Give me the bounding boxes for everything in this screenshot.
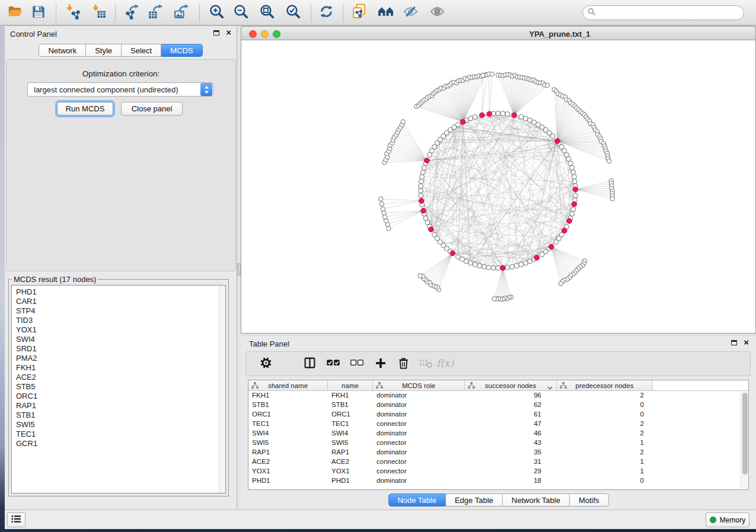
table-row[interactable]: PHD1PHD1dominator180 — [248, 476, 748, 486]
window-minimize-button[interactable] — [261, 30, 269, 38]
settings-gear-button[interactable] — [258, 355, 273, 372]
mcds-result-item[interactable]: PHD1 — [12, 287, 225, 297]
zoom-selected-button[interactable] — [283, 2, 303, 23]
mcds-dominator-node[interactable] — [567, 219, 572, 224]
network-node[interactable] — [379, 197, 383, 201]
mcds-dominator-node[interactable] — [572, 201, 577, 207]
export-image-button[interactable] — [171, 2, 192, 23]
window-close-button[interactable] — [249, 30, 257, 38]
zoom-fit-button[interactable] — [257, 2, 277, 23]
column-header-predecessor-nodes[interactable]: predecessor nodes — [557, 380, 653, 390]
network-node[interactable] — [572, 174, 576, 179]
tab-mcds[interactable]: MCDS — [161, 44, 202, 57]
mcds-dominator-node[interactable] — [480, 113, 485, 118]
mcds-dominator-node[interactable] — [425, 158, 430, 164]
network-node[interactable] — [455, 255, 460, 259]
network-node[interactable] — [473, 262, 477, 267]
mcds-result-item[interactable]: TID3 — [12, 316, 225, 325]
mcds-result-item[interactable]: STP4 — [12, 306, 225, 316]
network-node[interactable] — [514, 264, 519, 268]
tab-style[interactable]: Style — [86, 44, 122, 57]
network-node[interactable] — [490, 72, 494, 76]
zoom-in-button[interactable] — [206, 2, 227, 23]
mcds-dominator-node[interactable] — [512, 113, 517, 118]
network-node[interactable] — [607, 159, 611, 163]
float-table-panel-icon[interactable] — [731, 340, 737, 345]
network-node[interactable] — [505, 265, 510, 270]
table-row[interactable]: ACE2ACE2connector311 — [248, 457, 748, 467]
network-node[interactable] — [387, 226, 391, 230]
table-row[interactable]: SWI5SWI5connector431 — [248, 438, 748, 448]
close-panel-icon[interactable]: × — [226, 30, 231, 36]
show-all-button[interactable] — [427, 2, 447, 23]
clone-network-button[interactable] — [349, 2, 369, 23]
network-node[interactable] — [477, 264, 482, 268]
network-node[interactable] — [492, 297, 496, 301]
zoom-out-button[interactable] — [231, 2, 251, 23]
network-node[interactable] — [572, 179, 577, 184]
table-scrollbar[interactable] — [741, 392, 748, 489]
mcds-dominator-node[interactable] — [450, 251, 455, 256]
mcds-dominator-node[interactable] — [419, 198, 424, 204]
mcds-dominator-node[interactable] — [534, 255, 540, 261]
float-panel-icon[interactable] — [213, 30, 219, 36]
network-node[interactable] — [468, 261, 473, 265]
import-network-button[interactable] — [62, 2, 82, 23]
network-node[interactable] — [570, 211, 575, 216]
network-node[interactable] — [496, 111, 500, 116]
network-node[interactable] — [568, 161, 573, 166]
network-node[interactable] — [559, 281, 563, 286]
export-network-button[interactable] — [122, 2, 142, 23]
network-node[interactable] — [571, 170, 576, 175]
mcds-result-item[interactable]: SRD1 — [12, 344, 225, 354]
task-history-button[interactable] — [7, 512, 25, 527]
mcds-result-item[interactable]: STB5 — [12, 382, 225, 392]
open-button[interactable] — [5, 2, 25, 23]
mcds-result-item[interactable]: GCR1 — [12, 439, 225, 448]
mcds-dominator-node[interactable] — [573, 187, 578, 192]
network-node[interactable] — [419, 193, 423, 198]
column-header-MCDS-role[interactable]: MCDS role — [373, 380, 465, 390]
select-all-button[interactable] — [326, 355, 341, 372]
network-node[interactable] — [432, 232, 437, 237]
network-node[interactable] — [570, 165, 575, 170]
mcds-result-item[interactable]: ACE2 — [12, 373, 225, 382]
network-node[interactable] — [519, 114, 524, 119]
split-panel-button[interactable] — [302, 355, 317, 372]
network-node[interactable] — [505, 112, 510, 117]
mcds-result-item[interactable]: SWI5 — [12, 420, 225, 430]
unselect-all-button[interactable] — [349, 355, 365, 372]
network-node[interactable] — [528, 259, 532, 264]
mcds-result-item[interactable]: FKH1 — [12, 363, 225, 373]
network-node[interactable] — [418, 274, 422, 278]
add-column-button[interactable] — [373, 355, 388, 372]
column-header-name[interactable]: name — [328, 380, 373, 390]
network-node[interactable] — [422, 165, 426, 170]
network-node[interactable] — [550, 134, 555, 139]
mcds-list-scrollbar[interactable] — [219, 286, 225, 493]
table-row[interactable]: TEC1TEC1connector472 — [248, 419, 748, 429]
mcds-result-item[interactable]: SWI4 — [12, 335, 225, 344]
network-node[interactable] — [379, 202, 384, 206]
import-table-button[interactable] — [88, 2, 109, 23]
search-box[interactable] — [582, 5, 744, 20]
mcds-result-item[interactable]: YOX1 — [12, 325, 225, 335]
export-table-button[interactable] — [145, 2, 165, 23]
close-panel-button[interactable]: Close panel — [121, 102, 183, 116]
network-node[interactable] — [382, 214, 387, 219]
network-window-titlebar[interactable]: YPA_prune.txt_1 — [241, 26, 756, 40]
network-node[interactable] — [523, 116, 528, 121]
mcds-dominator-node[interactable] — [460, 119, 465, 124]
network-node[interactable] — [382, 211, 386, 215]
network-node[interactable] — [423, 216, 428, 220]
network-node[interactable] — [573, 193, 578, 198]
tab-network[interactable]: Network — [39, 44, 86, 57]
network-node[interactable] — [455, 122, 460, 127]
mcds-result-item[interactable]: ORC1 — [12, 392, 225, 401]
mcds-result-item[interactable]: RAP1 — [12, 401, 225, 411]
network-node[interactable] — [554, 240, 559, 245]
table-row[interactable]: FKH1FKH1dominator962 — [248, 391, 748, 400]
column-header-successor-nodes[interactable]: successor nodes — [465, 380, 557, 390]
window-maximize-button[interactable] — [273, 30, 280, 38]
hide-selected-button[interactable] — [400, 2, 420, 23]
